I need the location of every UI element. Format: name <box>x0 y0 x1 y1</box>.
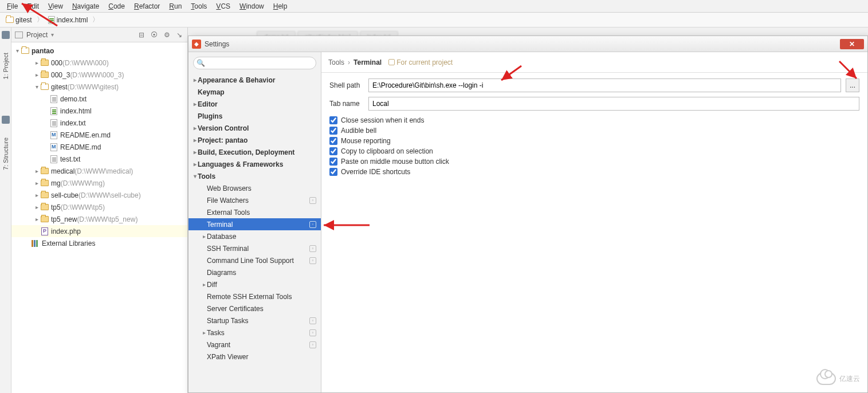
project-panel-title: Project <box>26 31 48 39</box>
settings-nav-item[interactable]: ▸Build, Execution, Deployment <box>188 146 321 158</box>
menu-help[interactable]: Help <box>269 1 292 11</box>
expand-icon[interactable]: ▸ <box>33 192 40 198</box>
node-hint: (D:\WWW\mg) <box>61 179 105 187</box>
file-node[interactable]: README.en.md <box>11 129 187 141</box>
node-hint: (D:\WWW\tp5_new) <box>77 215 138 223</box>
file-node[interactable]: index.php <box>11 225 187 237</box>
menu-view[interactable]: View <box>44 1 68 11</box>
menu-vcs[interactable]: VCS <box>211 1 235 11</box>
file-node[interactable]: test.txt <box>11 153 187 165</box>
menu-file[interactable]: File <box>2 1 22 11</box>
file-node[interactable]: README.md <box>11 141 187 153</box>
settings-nav-item[interactable]: Vagrant▫ <box>188 339 321 351</box>
expand-icon[interactable]: ▸ <box>33 216 40 222</box>
node-label: 000_3 <box>51 71 70 79</box>
tab-name-input[interactable] <box>368 97 859 111</box>
close-button[interactable]: ✕ <box>840 39 864 49</box>
settings-nav-item[interactable]: ▸Version Control <box>188 122 321 134</box>
settings-nav-item[interactable]: External Tools <box>188 206 321 218</box>
settings-nav-item[interactable]: SSH Terminal▫ <box>188 242 321 254</box>
dialog-titlebar[interactable]: ◆ Settings ✕ <box>188 36 867 52</box>
collapse-all-icon[interactable]: ⊟ <box>137 30 146 40</box>
menu-tools[interactable]: Tools <box>186 1 211 11</box>
folder-node[interactable]: ▸000_3 (D:\WWW\000_3) <box>11 69 187 81</box>
checkbox[interactable] <box>329 127 337 135</box>
settings-nav-item[interactable]: Remote SSH External Tools <box>188 290 321 302</box>
shell-path-input[interactable] <box>368 78 841 92</box>
expand-icon[interactable]: ▸ <box>33 168 40 174</box>
file-node[interactable]: index.txt <box>11 117 187 129</box>
checkbox[interactable] <box>329 158 337 166</box>
checkbox[interactable] <box>329 147 337 155</box>
settings-nav-item[interactable]: Startup Tasks▫ <box>188 315 321 327</box>
breadcrumb-project[interactable]: gitest <box>3 16 34 24</box>
breadcrumb-file-label: index.html <box>57 16 88 24</box>
project-scope-icon: ▫ <box>309 341 316 348</box>
folder-node[interactable]: ▸medical (D:\WWW\medical) <box>11 165 187 177</box>
menu-navigate[interactable]: Navigate <box>68 1 104 11</box>
file-node[interactable]: index.html <box>11 105 187 117</box>
settings-nav-item[interactable]: Diagrams <box>188 266 321 278</box>
menu-window[interactable]: Window <box>235 1 269 11</box>
project-root[interactable]: ▾ pantao <box>11 45 187 57</box>
library-icon <box>32 240 40 247</box>
structure-tool-icon[interactable] <box>2 116 10 124</box>
nav-label: Command Line Tool Support <box>207 257 309 265</box>
settings-search-input[interactable] <box>193 57 316 69</box>
menu-run[interactable]: Run <box>164 1 186 11</box>
project-scope-icon: ▫ <box>309 257 316 264</box>
settings-nav-item[interactable]: ▸Project: pantao <box>188 134 321 146</box>
gear-icon[interactable]: ⚙ <box>162 30 171 40</box>
settings-nav-item[interactable]: Web Browsers <box>188 182 321 194</box>
expand-icon[interactable]: ▾ <box>33 84 40 90</box>
settings-nav-item[interactable]: ▸Editor <box>188 98 321 110</box>
checkbox[interactable] <box>329 116 337 124</box>
settings-nav-item[interactable]: File Watchers▫ <box>188 194 321 206</box>
menu-refactor[interactable]: Refactor <box>129 1 164 11</box>
node-label: README.md <box>60 143 101 151</box>
folder-node[interactable]: ▸tp5 (D:\WWW\tp5) <box>11 201 187 213</box>
dropdown-icon[interactable]: ▾ <box>51 32 54 38</box>
settings-nav-item[interactable]: ▾Tools <box>188 170 321 182</box>
menu-code[interactable]: Code <box>104 1 129 11</box>
external-libraries[interactable]: External Libraries <box>11 237 187 249</box>
settings-nav-item[interactable]: Server Certificates <box>188 302 321 315</box>
settings-nav-item[interactable]: Command Line Tool Support▫ <box>188 254 321 266</box>
expand-icon[interactable]: ▸ <box>33 204 40 210</box>
project-tool-icon[interactable] <box>2 31 10 39</box>
hide-icon[interactable]: ↘ <box>175 30 184 40</box>
folder-icon <box>41 180 49 186</box>
rail-tab-structure[interactable]: 7: Structure <box>2 135 9 172</box>
breadcrumb-file[interactable]: index.html <box>46 16 91 24</box>
expand-icon[interactable]: ▸ <box>33 72 40 78</box>
checkbox[interactable] <box>329 168 337 176</box>
project-scope-icon: ▫ <box>309 317 316 324</box>
expand-icon[interactable]: ▾ <box>14 48 21 54</box>
settings-nav-item[interactable]: ▸Diff <box>188 278 321 290</box>
folder-node[interactable]: ▸tp5_new (D:\WWW\tp5_new) <box>11 213 187 225</box>
browse-button[interactable]: ... <box>846 78 859 92</box>
expand-icon[interactable]: ▸ <box>33 180 40 186</box>
project-tree[interactable]: ▾ pantao ▸000 (D:\WWW\000)▸000_3 (D:\WWW… <box>11 42 187 393</box>
folder-icon <box>41 192 49 198</box>
settings-nav-item[interactable]: ▸Database <box>188 230 321 242</box>
file-node[interactable]: demo.txt <box>11 93 187 105</box>
scroll-from-source-icon[interactable]: ⦿ <box>150 30 159 40</box>
settings-nav-item[interactable]: Terminal▫ <box>188 218 321 230</box>
rail-tab-project[interactable]: 1: Project <box>2 50 9 81</box>
settings-crumb-1: Tools <box>328 58 344 66</box>
folder-node[interactable]: ▸mg (D:\WWW\mg) <box>11 177 187 189</box>
settings-nav-list[interactable]: ▸Appearance & BehaviorKeymap▸EditorPlugi… <box>188 74 321 392</box>
settings-nav-item[interactable]: XPath Viewer <box>188 351 321 363</box>
expand-icon[interactable]: ▸ <box>33 60 40 66</box>
checkbox[interactable] <box>329 137 337 145</box>
settings-nav-item[interactable]: Keymap <box>188 86 321 98</box>
folder-node[interactable]: ▸sell-cube (D:\WWW\sell-cube) <box>11 189 187 201</box>
settings-nav-item[interactable]: ▸Languages & Frameworks <box>188 158 321 170</box>
settings-nav-item[interactable]: ▸Tasks▫ <box>188 327 321 339</box>
menu-edit[interactable]: Edit <box>22 1 44 11</box>
settings-nav-item[interactable]: Plugins <box>188 110 321 122</box>
folder-node[interactable]: ▸000 (D:\WWW\000) <box>11 57 187 69</box>
folder-node[interactable]: ▾gitest (D:\WWW\gitest) <box>11 81 187 93</box>
settings-nav-item[interactable]: ▸Appearance & Behavior <box>188 74 321 86</box>
